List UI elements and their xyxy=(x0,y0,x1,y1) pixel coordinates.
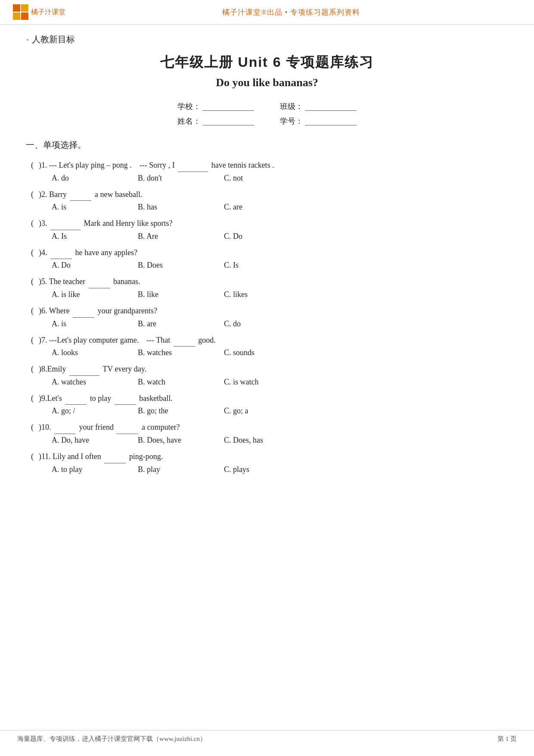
q2-options: A. is B. has C. are xyxy=(26,203,508,212)
q6-open-paren: ( xyxy=(26,306,39,316)
q9-option-a: A. go; / xyxy=(52,406,138,415)
question-3: ( )3. Mark and Henry like sports? A. Is … xyxy=(26,217,508,241)
q7-options: A. looks B. watches C. sounds xyxy=(26,348,508,357)
q4-options: A. Do B. Does C. Is xyxy=(26,261,508,270)
q8-option-b: B. watch xyxy=(138,378,224,387)
q5-option-a: A. is like xyxy=(52,290,138,299)
q3-option-c: C. Do xyxy=(224,232,310,241)
page-header: 橘子汁课堂 橘子汁课堂®出品 • 专项练习题系列资料 xyxy=(0,0,534,25)
q7-open-paren: ( xyxy=(26,336,39,345)
q11-options: A. to play B. play C. plays xyxy=(26,465,508,474)
question-8: ( )8.Emily TV every day. A. watches B. w… xyxy=(26,362,508,387)
q6-option-a: A. is xyxy=(52,319,138,328)
q11-option-a: A. to play xyxy=(52,465,138,474)
q8-text: )8.Emily TV every day. xyxy=(39,362,508,376)
q11-option-b: B. play xyxy=(138,465,224,474)
footer-right-text: 第 1 页 xyxy=(497,735,517,743)
q4-option-c: C. Is xyxy=(224,261,310,270)
class-input-line xyxy=(305,102,357,111)
page-content: 人教新目标 七年级上册 Unit 6 专项题库练习 Do you like ba… xyxy=(0,25,534,505)
q3-options: A. Is B. Are C. Do xyxy=(26,232,508,241)
question-10: ( )10. your friend a computer? A. Do, ha… xyxy=(26,421,508,445)
q1-option-b: B. don't xyxy=(138,174,224,183)
question-8-row: ( )8.Emily TV every day. xyxy=(26,362,508,376)
question-5: ( )5. The teacher bananas. A. is like B.… xyxy=(26,275,508,299)
id-field: 学号： xyxy=(280,116,357,126)
name-label: 姓名： xyxy=(177,116,201,126)
q10-option-b: B. Does, have xyxy=(138,436,224,445)
q1-options: A. do B. don't C. not xyxy=(26,174,508,183)
logo-icon xyxy=(13,4,28,20)
school-label: 学校： xyxy=(177,101,201,112)
q6-options: A. is B. are C. do xyxy=(26,319,508,328)
q7-option-c: C. sounds xyxy=(224,348,310,357)
footer-left-text: 海量题库、专项训练，进入橘子汁课堂官网下载（www.juzizhi.cn） xyxy=(17,735,206,743)
q5-open-paren: ( xyxy=(26,277,39,286)
question-1: ( )1. --- Let's play ping – pong . --- S… xyxy=(26,159,508,183)
q9-options: A. go; / B. go; the C. go; a xyxy=(26,406,508,415)
q8-open-paren: ( xyxy=(26,365,39,374)
page-footer: 海量题库、专项训练，进入橘子汁课堂官网下载（www.juzizhi.cn） 第 … xyxy=(0,730,534,747)
q4-option-a: A. Do xyxy=(52,261,138,270)
q1-text: )1. --- Let's play ping – pong . --- Sor… xyxy=(39,159,508,172)
q4-text: )4. he have any apples? xyxy=(39,246,508,259)
school-field: 学校： xyxy=(177,101,254,112)
question-2-row: ( )2. Barry a new baseball. xyxy=(26,188,508,201)
logo-text: 橘子汁课堂 xyxy=(31,8,65,17)
main-title: 七年级上册 Unit 6 专项题库练习 xyxy=(26,53,508,72)
q10-open-paren: ( xyxy=(26,423,39,432)
class-field: 班级： xyxy=(280,101,357,112)
q2-text: )2. Barry a new baseball. xyxy=(39,188,508,201)
q5-option-b: B. like xyxy=(138,290,224,299)
header-title: 橘子汁课堂®出品 • 专项练习题系列资料 xyxy=(65,7,517,17)
q9-text: )9.Let's to play basketball. xyxy=(39,392,508,405)
q7-text: )7. ---Let's play computer game. --- Tha… xyxy=(39,334,508,347)
q10-text: )10. your friend a computer? xyxy=(39,421,508,434)
q10-options: A. Do, have B. Does, have C. Does, has xyxy=(26,436,508,445)
form-area: 学校： 班级： 姓名： 学号： xyxy=(26,101,508,126)
question-9-row: ( )9.Let's to play basketball. xyxy=(26,392,508,405)
q1-option-a: A. do xyxy=(52,174,138,183)
question-4: ( )4. he have any apples? A. Do B. Does … xyxy=(26,246,508,270)
question-5-row: ( )5. The teacher bananas. xyxy=(26,275,508,288)
q1-open-paren: ( xyxy=(26,161,39,170)
q10-option-c: C. Does, has xyxy=(224,436,310,445)
q11-text: )11. Lily and I often ping-pong. xyxy=(39,450,508,463)
q3-option-a: A. Is xyxy=(52,232,138,241)
form-row-1: 学校： 班级： xyxy=(177,101,357,112)
q11-option-c: C. plays xyxy=(224,465,310,474)
question-11: ( )11. Lily and I often ping-pong. A. to… xyxy=(26,450,508,474)
q8-option-a: A. watches xyxy=(52,378,138,387)
question-3-row: ( )3. Mark and Henry like sports? xyxy=(26,217,508,230)
q11-open-paren: ( xyxy=(26,452,39,461)
question-7: ( )7. ---Let's play computer game. --- T… xyxy=(26,334,508,358)
q4-open-paren: ( xyxy=(26,248,39,257)
q8-option-c: C. is watch xyxy=(224,378,310,387)
q5-option-c: C. likes xyxy=(224,290,310,299)
q3-open-paren: ( xyxy=(26,219,39,228)
q6-option-b: B. are xyxy=(138,319,224,328)
q7-option-b: B. watches xyxy=(138,348,224,357)
q2-option-c: C. are xyxy=(224,203,310,212)
question-2: ( )2. Barry a new baseball. A. is B. has… xyxy=(26,188,508,212)
q1-option-c: C. not xyxy=(224,174,310,183)
q3-option-b: B. Are xyxy=(138,232,224,241)
section1-title: 一、单项选择。 xyxy=(26,139,508,151)
school-input-line xyxy=(202,102,254,111)
subtitle-tag: 人教新目标 xyxy=(26,33,508,45)
q7-option-a: A. looks xyxy=(52,348,138,357)
question-10-row: ( )10. your friend a computer? xyxy=(26,421,508,434)
q9-open-paren: ( xyxy=(26,394,39,403)
q2-open-paren: ( xyxy=(26,190,39,199)
logo-area: 橘子汁课堂 xyxy=(13,4,65,20)
q5-options: A. is like B. like C. likes xyxy=(26,290,508,299)
q10-option-a: A. Do, have xyxy=(52,436,138,445)
question-9: ( )9.Let's to play basketball. A. go; / … xyxy=(26,392,508,416)
sub-title: Do you like bananas? xyxy=(26,76,508,89)
q9-option-b: B. go; the xyxy=(138,406,224,415)
q6-option-c: C. do xyxy=(224,319,310,328)
question-1-row: ( )1. --- Let's play ping – pong . --- S… xyxy=(26,159,508,172)
q6-text: )6. Where your grandparents? xyxy=(39,304,508,318)
form-row-2: 姓名： 学号： xyxy=(177,116,357,126)
svg-rect-3 xyxy=(21,12,28,20)
